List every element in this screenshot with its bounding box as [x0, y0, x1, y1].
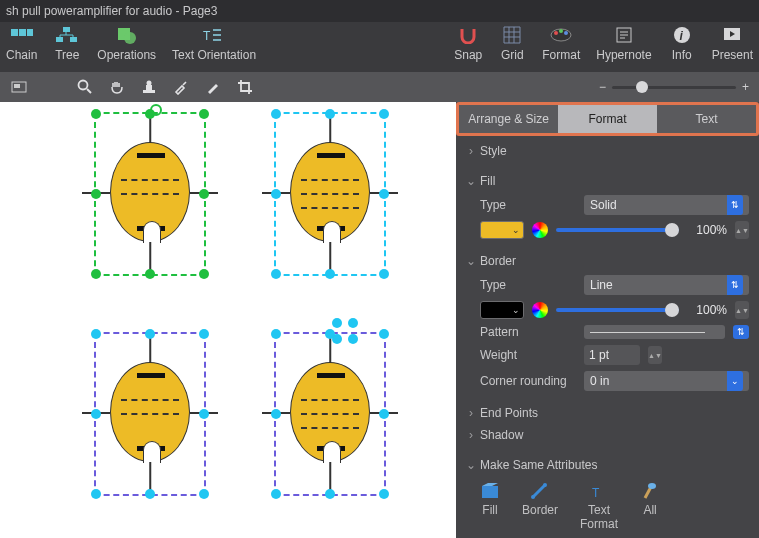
stamp-icon[interactable]: [140, 78, 158, 96]
fill-color-swatch[interactable]: ⌄: [480, 221, 524, 239]
resize-handle[interactable]: [91, 189, 101, 199]
toolbar-info[interactable]: iInfo: [668, 24, 696, 62]
eyedropper-icon[interactable]: [172, 78, 190, 96]
toolbar-operations[interactable]: Operations: [97, 24, 156, 62]
border-opacity-stepper[interactable]: ▲▼: [735, 301, 749, 319]
border-color-swatch[interactable]: ⌄: [480, 301, 524, 319]
svg-rect-3: [63, 27, 70, 32]
resize-handle[interactable]: [199, 489, 209, 499]
navigator-icon[interactable]: [10, 78, 28, 96]
format-icon: [547, 24, 575, 46]
resize-handle[interactable]: [379, 269, 389, 279]
resize-handle[interactable]: [271, 489, 281, 499]
resize-handle[interactable]: [271, 329, 281, 339]
resize-handle[interactable]: [325, 269, 335, 279]
resize-handle[interactable]: [91, 329, 101, 339]
toolbar-snap[interactable]: Snap: [454, 24, 482, 62]
section-style[interactable]: ›Style: [466, 140, 749, 162]
resize-handle[interactable]: [145, 489, 155, 499]
resize-handle[interactable]: [271, 109, 281, 119]
color-wheel-icon[interactable]: [532, 302, 548, 318]
svg-rect-23: [146, 85, 152, 90]
svg-rect-19: [14, 84, 20, 88]
svg-rect-5: [70, 37, 77, 42]
tab-format[interactable]: Format: [558, 105, 657, 133]
resize-handle[interactable]: [145, 329, 155, 339]
fill-type-select[interactable]: Solid⇅: [584, 195, 749, 215]
connection-handle[interactable]: [332, 334, 342, 344]
toolbar-hypernote[interactable]: Hypernote: [596, 24, 651, 62]
pen-icon[interactable]: [204, 78, 222, 96]
operations-icon: [113, 24, 141, 46]
border-opacity-slider[interactable]: [556, 308, 679, 312]
resize-handle[interactable]: [379, 189, 389, 199]
pattern-label: Pattern: [480, 325, 576, 339]
resize-handle[interactable]: [91, 109, 101, 119]
resize-handle[interactable]: [271, 409, 281, 419]
resize-handle[interactable]: [145, 269, 155, 279]
section-fill[interactable]: ⌄Fill: [466, 170, 749, 192]
toolbar-chain[interactable]: Chain: [6, 24, 37, 62]
drawing-canvas[interactable]: [0, 102, 456, 538]
resize-handle[interactable]: [271, 269, 281, 279]
connection-handle[interactable]: [332, 318, 342, 328]
make-same-border[interactable]: Border: [522, 482, 558, 531]
make-same-all[interactable]: All: [640, 482, 660, 531]
tree-icon: [53, 24, 81, 46]
weight-field[interactable]: 1 pt: [584, 345, 640, 365]
text-orientation-icon: T: [200, 24, 228, 46]
zoom-out-icon[interactable]: −: [599, 80, 606, 94]
tab-text[interactable]: Text: [657, 105, 756, 133]
make-same-fill[interactable]: Fill: [480, 482, 500, 531]
color-wheel-icon[interactable]: [532, 222, 548, 238]
crop-icon[interactable]: [236, 78, 254, 96]
search-icon[interactable]: [76, 78, 94, 96]
section-border[interactable]: ⌄Border: [466, 250, 749, 272]
resize-handle[interactable]: [379, 409, 389, 419]
fill-opacity-slider[interactable]: [556, 228, 679, 232]
resize-handle[interactable]: [379, 109, 389, 119]
toolbar-tree[interactable]: Tree: [53, 24, 81, 62]
svg-rect-4: [56, 37, 63, 42]
toolbar-text-orientation[interactable]: TText Orientation: [172, 24, 256, 62]
resize-handle[interactable]: [199, 269, 209, 279]
section-shadow[interactable]: ›Shadow: [466, 424, 749, 446]
toolbar-grid[interactable]: Grid: [498, 24, 526, 62]
resize-handle[interactable]: [199, 189, 209, 199]
selection-tube-3[interactable]: [94, 332, 206, 496]
resize-handle[interactable]: [271, 189, 281, 199]
resize-handle[interactable]: [91, 409, 101, 419]
rotate-handle[interactable]: [150, 104, 162, 116]
zoom-slider[interactable]: − +: [599, 80, 749, 94]
inspector-panel: Arrange & Size Format Text ›Style ⌄Fill …: [456, 102, 759, 538]
corner-rounding-select[interactable]: 0 in⌄: [584, 371, 749, 391]
chain-icon: [8, 24, 36, 46]
pattern-dropdown-icon[interactable]: ⇅: [733, 325, 749, 339]
resize-handle[interactable]: [379, 489, 389, 499]
resize-handle[interactable]: [325, 489, 335, 499]
resize-handle[interactable]: [199, 409, 209, 419]
selection-tube-1[interactable]: [94, 112, 206, 276]
toolbar-present[interactable]: Present: [712, 24, 753, 62]
resize-handle[interactable]: [199, 109, 209, 119]
pan-icon[interactable]: [108, 78, 126, 96]
connection-handle[interactable]: [348, 334, 358, 344]
selection-tube-2[interactable]: [274, 112, 386, 276]
resize-handle[interactable]: [199, 329, 209, 339]
section-make-same[interactable]: ⌄Make Same Attributes: [466, 454, 749, 476]
connection-handle[interactable]: [348, 318, 358, 328]
weight-stepper[interactable]: ▲▼: [648, 346, 662, 364]
toolbar-format[interactable]: Format: [542, 24, 580, 62]
resize-handle[interactable]: [91, 269, 101, 279]
resize-handle[interactable]: [325, 109, 335, 119]
make-same-textf[interactable]: TText Format: [580, 482, 618, 531]
resize-handle[interactable]: [91, 489, 101, 499]
zoom-in-icon[interactable]: +: [742, 80, 749, 94]
resize-handle[interactable]: [379, 329, 389, 339]
tab-arrange-size[interactable]: Arrange & Size: [459, 105, 558, 133]
border-type-select[interactable]: Line⇅: [584, 275, 749, 295]
section-end-points[interactable]: ›End Points: [466, 402, 749, 424]
pattern-select[interactable]: [584, 325, 725, 339]
fill-opacity-stepper[interactable]: ▲▼: [735, 221, 749, 239]
selection-tube-4[interactable]: [274, 332, 386, 496]
